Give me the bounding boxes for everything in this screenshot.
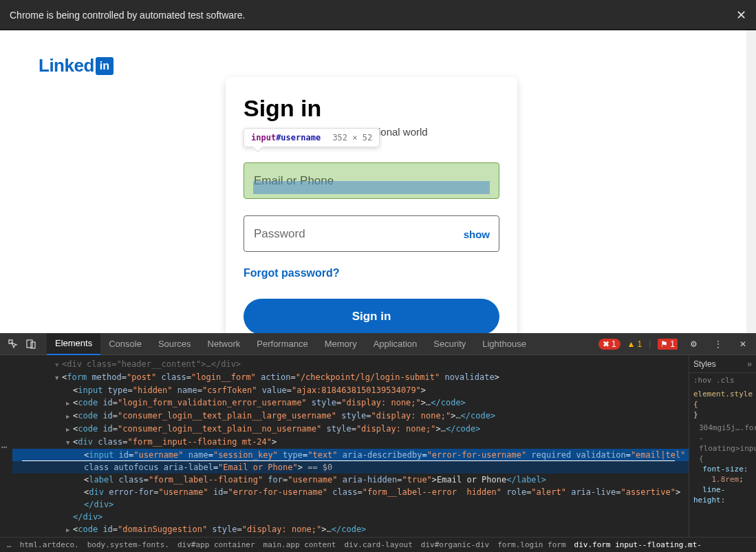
breadcrumb-item[interactable]: … (7, 540, 12, 549)
signin-button[interactable]: Sign in (244, 299, 499, 333)
logo-badge: in (96, 57, 114, 75)
devtools-toolbar: ElementsConsoleSourcesNetworkPerformance… (0, 333, 756, 355)
tab-performance[interactable]: Performance (248, 333, 316, 355)
tooltip-tag: input (251, 133, 276, 142)
show-password-button[interactable]: show (464, 228, 490, 240)
tooltip-dimensions: 352 × 52 (332, 133, 372, 142)
automation-infobar: Chrome is being controlled by automated … (0, 0, 756, 30)
devtools-panel: ElementsConsoleSourcesNetworkPerformance… (0, 333, 756, 552)
elements-tree-line[interactable]: </div> (12, 511, 689, 523)
element-inspect-tooltip: input#username 352 × 52 (244, 128, 380, 147)
elements-breadcrumb[interactable]: …html.artdeco.body.system-fonts.div#app … (0, 537, 756, 552)
automation-message: Chrome is being controlled by automated … (10, 10, 245, 21)
styles-rule-element[interactable]: element.style { } (689, 388, 756, 421)
forgot-password-link[interactable]: Forgot password? (244, 267, 340, 279)
page-viewport: Linked in Sign in Stay updated on your p… (0, 30, 756, 333)
elements-tree-line[interactable]: <code id="consumer_login__text_plain__la… (12, 410, 689, 423)
devtools-tabs: ElementsConsoleSourcesNetworkPerformance… (47, 333, 534, 355)
tab-security[interactable]: Security (425, 333, 474, 355)
breadcrumb-item[interactable]: body.system-fonts. (87, 540, 169, 549)
elements-tree-line[interactable]: <code id="domainSuggestion" style="displ… (12, 523, 689, 536)
tab-lighthouse[interactable]: Lighthouse (474, 333, 534, 355)
elements-tree-line[interactable]: </div> (12, 498, 689, 511)
close-icon[interactable]: ✕ (734, 335, 752, 353)
device-toggle-icon[interactable] (22, 335, 40, 353)
close-icon[interactable]: ✕ (736, 8, 746, 23)
email-field-wrapper (244, 162, 499, 199)
elements-tree-line[interactable]: <div error-for="username" id="error-for-… (12, 486, 689, 498)
breadcrumb-item[interactable]: html.artdeco. (20, 540, 79, 549)
styles-filter-row[interactable]: :hov .cls (689, 373, 756, 388)
signin-card: Sign in Stay updated on your professiona… (226, 77, 517, 333)
breadcrumb-item[interactable]: div#organic-div (421, 540, 489, 549)
gear-icon[interactable]: ⚙ (684, 335, 702, 353)
styles-title: Styles » (689, 355, 756, 373)
devtools-body: ⋯ <div class="header__content">…</div><f… (0, 355, 756, 537)
tab-console[interactable]: Console (100, 333, 150, 355)
breadcrumb-item[interactable]: form.login form (497, 540, 565, 549)
breadcrumb-item[interactable]: div.form input--floating.mt- (574, 540, 702, 549)
chevron-right-icon[interactable]: » (747, 359, 752, 369)
error-count-badge[interactable]: ✖1 (598, 339, 620, 350)
elements-tree-line[interactable]: <div class="header__content">…</div> (12, 358, 689, 371)
kebab-icon[interactable]: ⋮ (709, 335, 727, 353)
elements-tree-line[interactable]: <input type="hidden" name="ac" value="0"… (12, 536, 689, 537)
tab-memory[interactable]: Memory (316, 333, 365, 355)
elements-tree-line[interactable]: class autofocus aria-label="Email or Pho… (12, 461, 689, 474)
elements-tree-line[interactable]: <code id="consumer_login__text_plain__no… (12, 423, 689, 436)
elements-tree-line[interactable]: <input type="hidden" name="csrfToken" va… (12, 384, 689, 396)
elements-tree-line[interactable]: <code id="login_form_validation_error_us… (12, 396, 689, 410)
tab-network[interactable]: Network (199, 333, 249, 355)
elements-tree-line[interactable]: <form method="post" class="login__form" … (12, 371, 689, 384)
svg-rect-0 (27, 340, 32, 348)
issues-count-badge[interactable]: ⚑1 (658, 339, 678, 350)
warning-count-badge[interactable]: ▲1 (627, 339, 642, 349)
tab-sources[interactable]: Sources (150, 333, 199, 355)
devtools-right-controls: ✖1 ▲1 | ⚑1 ⚙ ⋮ ✕ (598, 335, 752, 353)
breadcrumb-item[interactable]: div#app container (177, 540, 255, 549)
breadcrumb-item[interactable]: main.app content (263, 540, 336, 549)
logo-text: Linked (39, 55, 94, 76)
password-input[interactable] (244, 215, 499, 252)
elements-tree-line[interactable]: <input id="username" name="session_key" … (12, 449, 689, 461)
inspect-icon[interactable] (4, 335, 22, 353)
ellipsis-indicator: ⋯ (1, 440, 7, 453)
password-field-wrapper: show (244, 215, 499, 252)
styles-panel: Styles » :hov .cls element.style { } 304… (689, 355, 756, 537)
tooltip-id: #username (276, 133, 321, 142)
tab-application[interactable]: Application (365, 333, 426, 355)
page-title: Sign in (244, 95, 499, 122)
scrollbar[interactable] (746, 30, 756, 333)
elements-tree-line[interactable]: <label class="form__label--floating" for… (12, 474, 689, 486)
styles-rule-source[interactable]: 304mgi5j….form__input--floating>input { … (689, 421, 756, 507)
inspect-highlight (253, 181, 490, 194)
elements-tree[interactable]: ⋯ <div class="header__content">…</div><f… (0, 355, 689, 537)
tab-elements[interactable]: Elements (47, 333, 100, 355)
linkedin-logo[interactable]: Linked in (39, 55, 114, 76)
elements-tree-line[interactable]: <div class="form__input--floating mt-24"… (12, 436, 689, 449)
breadcrumb-item[interactable]: div.card-layout (345, 540, 413, 549)
